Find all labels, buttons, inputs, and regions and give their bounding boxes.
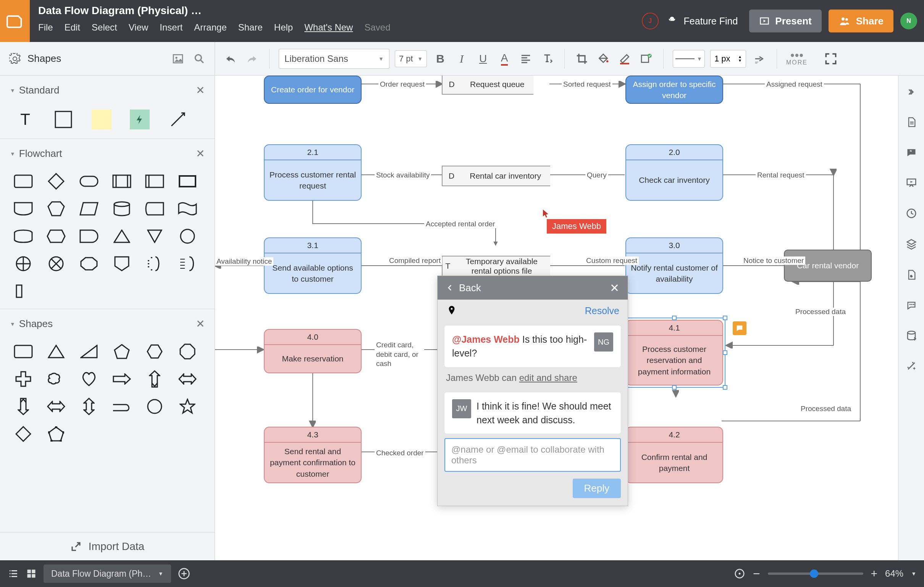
font-dropdown[interactable]: Liberation Sans▼ [279,49,389,69]
zoom-slider[interactable] [768,572,863,575]
comment-input[interactable]: @name or @email to collaborate with othe… [444,438,621,472]
document-icon[interactable] [906,116,917,130]
datastore[interactable]: DRequest queue [442,76,550,95]
sh[interactable] [77,342,101,361]
collaborator-avatar[interactable]: J [642,13,658,30]
fc-shape[interactable] [143,172,167,190]
sh[interactable] [12,397,35,416]
zoom-in-icon[interactable]: + [871,567,878,580]
font-size-dropdown[interactable]: 7 pt▼ [395,50,427,67]
line-style-dropdown[interactable]: ▼ [673,50,705,68]
close-icon[interactable]: ✕ [610,281,619,295]
feature-find[interactable]: Feature Find [665,15,738,28]
menu-select[interactable]: Select [92,22,117,33]
close-icon[interactable]: ✕ [196,147,205,160]
fc-shape[interactable] [110,227,134,246]
menu-view[interactable]: View [129,22,148,33]
collapse-icon[interactable] [906,87,916,99]
italic-icon[interactable]: I [454,51,470,67]
pin-icon[interactable] [446,305,457,317]
grid-view-icon[interactable] [26,568,37,579]
line-end-icon[interactable] [751,51,767,67]
redo-icon[interactable] [244,51,260,67]
line-color-icon[interactable] [617,51,633,67]
target-icon[interactable] [734,568,745,579]
resolve-button[interactable]: Resolve [585,305,619,317]
fc-shape[interactable] [77,172,101,190]
share-button[interactable]: Share [828,10,893,33]
back-button[interactable]: Back [459,282,481,294]
back-icon[interactable] [446,282,454,293]
fc-shape[interactable] [44,172,68,190]
import-data-button[interactable]: Import Data [0,532,214,560]
node[interactable]: 3.0Notify rental customer of availabilit… [625,237,723,294]
text-color-icon[interactable]: A [497,51,512,67]
zoom-out-icon[interactable]: − [753,567,760,581]
note-shape[interactable] [88,109,116,130]
text-shape[interactable]: T [12,109,39,130]
node[interactable]: Create order for vendor [264,76,361,104]
text-options-icon[interactable] [539,51,555,67]
node-selected[interactable]: 4.1Process customer reservation and paym… [625,320,723,386]
section-flowchart[interactable]: ▼Flowchart✕ [0,139,214,168]
menu-share[interactable]: Share [238,22,263,33]
close-icon[interactable]: ✕ [196,84,205,97]
brand-icon[interactable] [0,0,30,42]
fc-shape[interactable] [12,282,35,300]
search-icon[interactable] [193,53,205,65]
sh[interactable] [176,397,199,416]
fc-shape[interactable] [110,200,134,218]
fc-shape[interactable] [176,255,199,273]
reply-button[interactable]: Reply [573,478,621,498]
fc-shape[interactable] [12,255,35,273]
sh[interactable] [12,370,35,388]
sh[interactable] [44,397,68,416]
fc-shape[interactable] [44,227,68,246]
bold-icon[interactable]: B [432,51,448,67]
sh[interactable] [44,370,68,388]
sh[interactable] [12,425,35,443]
fc-shape[interactable] [110,255,134,273]
sh[interactable] [12,342,35,361]
node[interactable]: Assign order to specific vendor [625,76,723,104]
fc-shape[interactable] [143,200,167,218]
gear-icon[interactable] [9,53,21,64]
document-title[interactable]: Data Flow Diagram (Physical) … [38,0,642,17]
layers-icon[interactable] [906,238,917,251]
list-view-icon[interactable] [8,568,19,579]
sh[interactable] [143,397,167,416]
sh[interactable] [110,370,134,388]
fc-shape[interactable] [176,227,199,246]
fc-shape[interactable] [12,172,35,190]
node-vendor[interactable]: Car rental vendor [784,250,872,282]
canvas[interactable]: Create order for vendor DRequest queue A… [215,76,898,560]
datastore[interactable]: TTemporary available rental options file [442,256,550,276]
sh[interactable] [143,370,167,388]
arrow-shape[interactable] [164,109,192,130]
node[interactable]: 4.2Confirm rental and payment [625,427,723,483]
menu-file[interactable]: File [38,22,53,33]
crop-icon[interactable] [574,51,590,67]
shape-options-icon[interactable] [638,51,654,67]
edit-share-link[interactable]: edit and share [519,373,578,383]
section-standard[interactable]: ▼Standard✕ [0,76,214,105]
fc-shape[interactable] [176,172,199,190]
present-button[interactable]: Present [749,10,821,33]
sh[interactable] [44,342,68,361]
comment-indicator-icon[interactable] [733,322,746,335]
sh[interactable] [176,370,199,388]
more-button[interactable]: MORE [786,51,808,66]
bolt-shape[interactable] [126,109,153,130]
underline-icon[interactable]: U [475,51,491,67]
sh[interactable] [77,370,101,388]
close-icon[interactable]: ✕ [196,318,205,330]
fc-shape[interactable] [110,172,134,190]
user-avatar[interactable]: N [900,13,917,30]
sh[interactable] [77,397,101,416]
fill-icon[interactable] [595,51,611,67]
sh[interactable] [110,342,134,361]
sh[interactable] [44,425,68,443]
section-shapes[interactable]: ▼Shapes✕ [0,309,214,338]
fc-shape[interactable] [143,255,167,273]
node[interactable]: 2.1Process customer rental request [264,144,361,201]
